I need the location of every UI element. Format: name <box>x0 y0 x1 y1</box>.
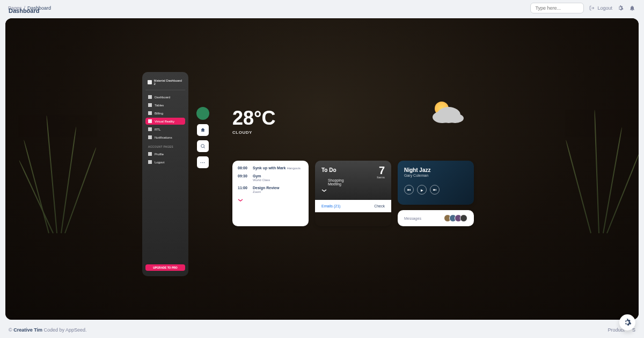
todo-item: Meeting <box>328 182 378 186</box>
todo-count: 7 <box>377 165 385 176</box>
logout-link[interactable]: Logout <box>588 4 612 12</box>
sidebar-section: ACCOUNT PAGES <box>145 142 185 149</box>
weather-icon <box>429 104 467 131</box>
sidebar-item-tables[interactable]: Tables <box>145 102 185 109</box>
music-title: Night Jazz <box>404 167 467 173</box>
plant-decor <box>558 99 639 233</box>
home-button[interactable] <box>197 124 209 136</box>
signout-icon <box>588 4 596 12</box>
prev-button[interactable]: ⏮ <box>404 185 414 195</box>
emails-link[interactable]: Emails (21) <box>321 204 340 208</box>
check-button[interactable]: Check <box>374 204 385 208</box>
search-button[interactable] <box>197 140 209 152</box>
gear-icon[interactable] <box>617 4 624 12</box>
svg-line-1 <box>204 147 205 148</box>
footer: © Creative Tim Coded by AppSeed. Product… <box>0 322 644 338</box>
settings-fab[interactable] <box>619 314 635 330</box>
sidebar-item-logout[interactable]: Logout <box>145 159 185 166</box>
next-button[interactable]: ⏭ <box>430 185 440 195</box>
todo-card: To Do 7 Items Shopping Meeting Emails (2… <box>315 161 391 226</box>
play-icon: ▶ <box>421 188 423 192</box>
sidebar-item-rtl[interactable]: RTL <box>145 126 185 133</box>
next-icon: ⏭ <box>433 188 436 191</box>
music-artist: Gary Coleman <box>404 174 467 177</box>
schedule-card: 08:00 Synk up with Mark Hangouts 09:30 G… <box>232 161 309 226</box>
brand-icon <box>148 80 152 84</box>
bell-icon[interactable] <box>628 4 636 12</box>
sidebar-item-billing[interactable]: Billing <box>145 110 185 117</box>
todo-expand[interactable] <box>321 189 385 196</box>
todo-title: To Do <box>321 167 385 173</box>
brand[interactable]: Material Dashboard 2 <box>145 77 185 90</box>
vr-icon <box>148 119 152 123</box>
search-icon <box>200 143 206 149</box>
search-input[interactable] <box>530 3 584 13</box>
music-card: Night Jazz Gary Coleman ⏮ ▶ ⏭ <box>398 161 474 205</box>
todo-item: Shopping <box>328 178 378 182</box>
sidebar-item-notifications[interactable]: Notifications <box>145 134 185 141</box>
more-button[interactable]: ··· <box>197 156 209 168</box>
billing-icon <box>148 111 152 115</box>
schedule-item[interactable]: 08:00 Synk up with Mark Hangouts <box>238 166 303 170</box>
prev-icon: ⏮ <box>407 188 411 191</box>
schedule-item[interactable]: 11:00 Design Review Zoom <box>238 186 303 193</box>
schedule-more[interactable] <box>238 198 303 202</box>
page-title: Dashboard <box>9 8 39 14</box>
rtl-icon <box>148 127 152 131</box>
plant-decor <box>16 99 97 233</box>
logout-icon <box>148 160 152 164</box>
gear-icon <box>623 318 632 327</box>
profile-icon <box>148 152 152 156</box>
sidebar-item-dashboard[interactable]: Dashboard <box>145 94 185 100</box>
more-icon: ··· <box>200 160 206 165</box>
upgrade-button[interactable]: UPGRADE TO PRO <box>145 264 185 271</box>
sidebar: Material Dashboard 2 Dashboard Tables Bi… <box>142 72 188 276</box>
chevron-down-icon <box>321 189 327 192</box>
sidebar-item-vr[interactable]: Virtual Reality <box>145 118 185 125</box>
play-button[interactable]: ▶ <box>417 185 427 195</box>
message-avatars <box>446 214 467 222</box>
chevron-down-icon <box>238 199 243 202</box>
sidebar-item-profile[interactable]: Profile <box>145 150 185 157</box>
temperature: 28°C <box>232 109 275 128</box>
notifications-icon <box>148 135 152 139</box>
schedule-item[interactable]: 09:30 Gym World Class <box>238 174 303 182</box>
tables-icon <box>148 103 152 107</box>
avatar <box>460 214 467 222</box>
home-icon <box>200 127 206 133</box>
avatar[interactable] <box>196 107 209 120</box>
main-viewport: Material Dashboard 2 Dashboard Tables Bi… <box>5 18 639 320</box>
messages-card[interactable]: Messages <box>398 210 474 226</box>
dashboard-icon <box>148 95 152 99</box>
svg-point-0 <box>201 145 204 148</box>
weather-condition: CLOUDY <box>232 130 275 135</box>
